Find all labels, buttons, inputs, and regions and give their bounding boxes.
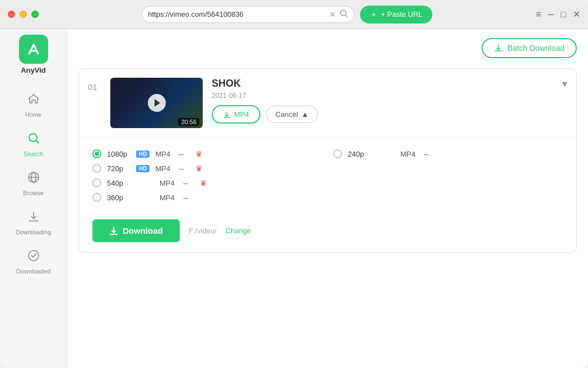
format-360p: MP4 [160, 194, 178, 202]
minimize-button[interactable] [20, 11, 27, 18]
quality-row-540p[interactable]: 540p MP4 -- ♛ [92, 176, 322, 190]
batch-download-label: Batch Download [507, 44, 564, 53]
quality-label-360p: 360p [107, 194, 130, 202]
format-720p: MP4 [155, 164, 173, 173]
crown-icon-1080p: ♛ [195, 149, 203, 158]
restore-button[interactable]: □ [561, 10, 566, 20]
chevron-up-icon: ▲ [301, 110, 309, 119]
file-path: F:/video/ [189, 227, 217, 235]
sidebar-item-downloaded[interactable]: Downloaded [0, 242, 67, 281]
main-window: ✕ ＋ + Paste URL ≡ ─ □ ✕ [0, 0, 588, 368]
quality-label-240p: 240p [348, 150, 371, 158]
url-search-button[interactable] [339, 9, 348, 20]
batch-download-button[interactable]: Batch Download [482, 38, 577, 58]
download-footer: Download F:/video/ Change [79, 214, 576, 252]
browse-label: Browse [23, 190, 44, 196]
download-label: Download [123, 226, 163, 235]
collapse-button[interactable]: ▾ [562, 78, 567, 90]
video-actions: MP4 Cancel ▲ [212, 105, 553, 124]
window-controls: ≡ ─ □ ✕ [536, 9, 580, 20]
url-input-wrap: ✕ [142, 6, 354, 23]
content-area: Batch Download 01 20:56 [67, 29, 588, 368]
paste-url-label: + Paste URL [381, 10, 422, 18]
play-icon [155, 99, 160, 107]
quality-row-360p[interactable]: 360p MP4 -- [92, 190, 322, 205]
quality-label-1080p: 1080p [107, 150, 130, 158]
svg-point-7 [29, 251, 39, 261]
video-info: SHOK 2021-06-17 MP4 Cancel [212, 78, 553, 124]
video-title: SHOK [212, 78, 553, 89]
sidebar-item-browse[interactable]: Browse [0, 164, 67, 203]
quality-row-240p[interactable]: 240p MP4 -- [333, 147, 563, 161]
size-540p: -- [183, 179, 194, 187]
search-icon [27, 131, 40, 148]
hd-badge-720p: HD [136, 165, 150, 172]
mp4-button[interactable]: MP4 [212, 105, 260, 124]
crown-icon-720p: ♛ [195, 164, 203, 173]
browse-icon [27, 171, 40, 187]
size-720p: -- [179, 164, 190, 173]
home-label: Home [25, 111, 41, 118]
traffic-lights [8, 11, 39, 18]
url-input[interactable] [148, 10, 326, 18]
video-duration: 20:56 [178, 118, 199, 126]
video-card: 01 20:56 SHOK 2021-06-17 [78, 68, 577, 253]
logo-wrap: AnyVid [19, 35, 48, 74]
close-button[interactable] [8, 11, 15, 18]
hd-badge-1080p: HD [136, 150, 150, 158]
url-bar-area: ✕ ＋ + Paste URL [39, 6, 536, 23]
radio-240p[interactable] [333, 149, 342, 158]
download-button[interactable]: Download [92, 219, 180, 242]
quality-label-540p: 540p [107, 179, 130, 187]
crown-icon-540p: ♛ [200, 178, 207, 187]
quality-row-720p[interactable]: 720p HD MP4 -- ♛ [92, 161, 322, 176]
video-header: 01 20:56 SHOK 2021-06-17 [79, 69, 576, 138]
radio-360p[interactable] [92, 193, 101, 202]
maximize-button[interactable] [31, 11, 39, 18]
size-1080p: -- [179, 150, 190, 158]
sidebar-item-search[interactable]: Search [0, 125, 67, 164]
menu-button[interactable]: ≡ [536, 10, 541, 20]
play-button[interactable] [148, 94, 166, 112]
quality-left-col: 1080p HD MP4 -- ♛ 720p HD MP4 -- [92, 147, 322, 205]
quality-label-720p: 720p [107, 164, 130, 173]
quality-right-col: 240p MP4 -- [333, 147, 563, 205]
batch-download-wrap: Batch Download [67, 29, 588, 63]
downloaded-label: Downloaded [16, 268, 50, 275]
downloading-icon [27, 210, 40, 227]
change-link[interactable]: Change [226, 227, 251, 235]
size-240p: -- [424, 150, 435, 158]
quality-row-1080p[interactable]: 1080p HD MP4 -- ♛ [92, 147, 322, 161]
svg-line-1 [346, 15, 347, 17]
radio-1080p[interactable] [92, 149, 101, 158]
home-icon [27, 92, 40, 109]
cancel-button[interactable]: Cancel ▲ [266, 106, 318, 123]
format-240p: MP4 [400, 150, 418, 158]
radio-720p[interactable] [92, 164, 101, 173]
mp4-label: MP4 [234, 110, 249, 119]
cancel-label: Cancel [276, 110, 298, 119]
sidebar-item-downloading[interactable]: Downloading [0, 203, 67, 242]
svg-line-3 [36, 141, 39, 144]
downloading-label: Downloading [16, 229, 52, 235]
title-bar: ✕ ＋ + Paste URL ≡ ─ □ ✕ [0, 0, 588, 29]
url-clear-button[interactable]: ✕ [329, 11, 336, 18]
size-360p: -- [183, 194, 194, 202]
radio-dot-1080p [95, 152, 99, 156]
paste-url-button[interactable]: ＋ + Paste URL [360, 6, 432, 23]
main-layout: AnyVid Home Search [0, 29, 588, 368]
app-logo [19, 35, 48, 64]
sidebar: AnyVid Home Search [0, 29, 67, 368]
format-1080p: MP4 [155, 150, 173, 158]
paste-icon: ＋ [370, 10, 377, 20]
downloaded-icon [27, 249, 40, 266]
close-win-button[interactable]: ✕ [573, 9, 580, 20]
radio-540p[interactable] [92, 178, 101, 187]
format-540p: MP4 [160, 179, 178, 187]
minimize-win-button[interactable]: ─ [548, 10, 554, 20]
sidebar-item-home[interactable]: Home [0, 86, 67, 125]
video-thumbnail[interactable]: 20:56 [110, 78, 203, 128]
app-name: AnyVid [21, 66, 46, 74]
video-index: 01 [88, 78, 101, 92]
search-label: Search [24, 150, 43, 157]
